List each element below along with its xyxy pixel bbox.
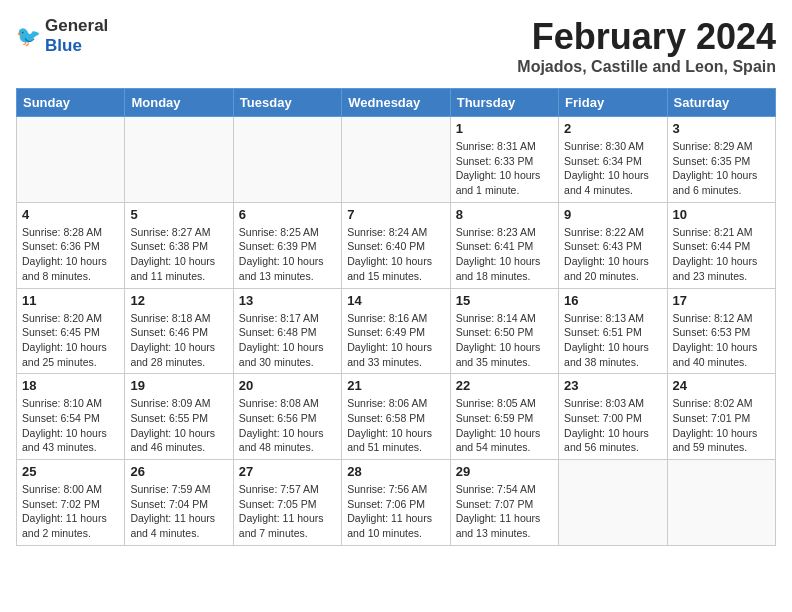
day-number: 14 [347, 293, 444, 308]
calendar-cell: 18Sunrise: 8:10 AMSunset: 6:54 PMDayligh… [17, 374, 125, 460]
calendar-cell: 19Sunrise: 8:09 AMSunset: 6:55 PMDayligh… [125, 374, 233, 460]
day-info: Sunrise: 8:18 AMSunset: 6:46 PMDaylight:… [130, 311, 227, 370]
day-number: 19 [130, 378, 227, 393]
calendar-week-2: 4Sunrise: 8:28 AMSunset: 6:36 PMDaylight… [17, 202, 776, 288]
calendar-cell [125, 117, 233, 203]
day-info: Sunrise: 8:09 AMSunset: 6:55 PMDaylight:… [130, 396, 227, 455]
calendar-cell: 20Sunrise: 8:08 AMSunset: 6:56 PMDayligh… [233, 374, 341, 460]
calendar-table: SundayMondayTuesdayWednesdayThursdayFrid… [16, 88, 776, 546]
day-number: 3 [673, 121, 770, 136]
day-info: Sunrise: 8:17 AMSunset: 6:48 PMDaylight:… [239, 311, 336, 370]
calendar-cell: 9Sunrise: 8:22 AMSunset: 6:43 PMDaylight… [559, 202, 667, 288]
calendar-cell: 3Sunrise: 8:29 AMSunset: 6:35 PMDaylight… [667, 117, 775, 203]
day-number: 13 [239, 293, 336, 308]
day-info: Sunrise: 8:16 AMSunset: 6:49 PMDaylight:… [347, 311, 444, 370]
day-info: Sunrise: 8:14 AMSunset: 6:50 PMDaylight:… [456, 311, 553, 370]
weekday-thursday: Thursday [450, 89, 558, 117]
day-number: 20 [239, 378, 336, 393]
day-number: 9 [564, 207, 661, 222]
calendar-cell: 28Sunrise: 7:56 AMSunset: 7:06 PMDayligh… [342, 460, 450, 546]
day-info: Sunrise: 8:28 AMSunset: 6:36 PMDaylight:… [22, 225, 119, 284]
month-year-title: February 2024 [517, 16, 776, 58]
calendar-cell: 22Sunrise: 8:05 AMSunset: 6:59 PMDayligh… [450, 374, 558, 460]
day-info: Sunrise: 8:22 AMSunset: 6:43 PMDaylight:… [564, 225, 661, 284]
day-number: 6 [239, 207, 336, 222]
calendar-cell: 12Sunrise: 8:18 AMSunset: 6:46 PMDayligh… [125, 288, 233, 374]
calendar-cell: 27Sunrise: 7:57 AMSunset: 7:05 PMDayligh… [233, 460, 341, 546]
calendar-cell: 29Sunrise: 7:54 AMSunset: 7:07 PMDayligh… [450, 460, 558, 546]
day-number: 18 [22, 378, 119, 393]
calendar-cell: 1Sunrise: 8:31 AMSunset: 6:33 PMDaylight… [450, 117, 558, 203]
day-number: 22 [456, 378, 553, 393]
calendar-cell: 4Sunrise: 8:28 AMSunset: 6:36 PMDaylight… [17, 202, 125, 288]
calendar-cell: 21Sunrise: 8:06 AMSunset: 6:58 PMDayligh… [342, 374, 450, 460]
day-number: 10 [673, 207, 770, 222]
weekday-wednesday: Wednesday [342, 89, 450, 117]
day-info: Sunrise: 8:13 AMSunset: 6:51 PMDaylight:… [564, 311, 661, 370]
weekday-tuesday: Tuesday [233, 89, 341, 117]
calendar-header: February 2024 Mojados, Castille and Leon… [517, 16, 776, 76]
day-info: Sunrise: 8:31 AMSunset: 6:33 PMDaylight:… [456, 139, 553, 198]
calendar-cell: 7Sunrise: 8:24 AMSunset: 6:40 PMDaylight… [342, 202, 450, 288]
day-info: Sunrise: 8:25 AMSunset: 6:39 PMDaylight:… [239, 225, 336, 284]
weekday-sunday: Sunday [17, 89, 125, 117]
day-info: Sunrise: 7:59 AMSunset: 7:04 PMDaylight:… [130, 482, 227, 541]
day-number: 17 [673, 293, 770, 308]
calendar-cell [17, 117, 125, 203]
day-number: 16 [564, 293, 661, 308]
day-info: Sunrise: 8:06 AMSunset: 6:58 PMDaylight:… [347, 396, 444, 455]
calendar-cell: 24Sunrise: 8:02 AMSunset: 7:01 PMDayligh… [667, 374, 775, 460]
weekday-header-row: SundayMondayTuesdayWednesdayThursdayFrid… [17, 89, 776, 117]
calendar-week-1: 1Sunrise: 8:31 AMSunset: 6:33 PMDaylight… [17, 117, 776, 203]
day-number: 27 [239, 464, 336, 479]
day-number: 8 [456, 207, 553, 222]
weekday-friday: Friday [559, 89, 667, 117]
day-info: Sunrise: 8:02 AMSunset: 7:01 PMDaylight:… [673, 396, 770, 455]
logo-general: General [45, 16, 108, 35]
calendar-cell: 2Sunrise: 8:30 AMSunset: 6:34 PMDaylight… [559, 117, 667, 203]
day-number: 24 [673, 378, 770, 393]
calendar-cell: 10Sunrise: 8:21 AMSunset: 6:44 PMDayligh… [667, 202, 775, 288]
day-info: Sunrise: 8:23 AMSunset: 6:41 PMDaylight:… [456, 225, 553, 284]
day-number: 29 [456, 464, 553, 479]
day-number: 2 [564, 121, 661, 136]
day-info: Sunrise: 7:57 AMSunset: 7:05 PMDaylight:… [239, 482, 336, 541]
calendar-body: 1Sunrise: 8:31 AMSunset: 6:33 PMDaylight… [17, 117, 776, 546]
calendar-cell: 16Sunrise: 8:13 AMSunset: 6:51 PMDayligh… [559, 288, 667, 374]
calendar-cell: 6Sunrise: 8:25 AMSunset: 6:39 PMDaylight… [233, 202, 341, 288]
calendar-week-4: 18Sunrise: 8:10 AMSunset: 6:54 PMDayligh… [17, 374, 776, 460]
day-info: Sunrise: 8:12 AMSunset: 6:53 PMDaylight:… [673, 311, 770, 370]
day-number: 21 [347, 378, 444, 393]
day-info: Sunrise: 8:29 AMSunset: 6:35 PMDaylight:… [673, 139, 770, 198]
calendar-cell: 25Sunrise: 8:00 AMSunset: 7:02 PMDayligh… [17, 460, 125, 546]
day-number: 11 [22, 293, 119, 308]
weekday-monday: Monday [125, 89, 233, 117]
calendar-cell [667, 460, 775, 546]
calendar-cell [342, 117, 450, 203]
day-info: Sunrise: 8:24 AMSunset: 6:40 PMDaylight:… [347, 225, 444, 284]
calendar-cell: 8Sunrise: 8:23 AMSunset: 6:41 PMDaylight… [450, 202, 558, 288]
logo-bird-icon: 🐦 [16, 24, 41, 48]
calendar-cell: 5Sunrise: 8:27 AMSunset: 6:38 PMDaylight… [125, 202, 233, 288]
calendar-cell: 14Sunrise: 8:16 AMSunset: 6:49 PMDayligh… [342, 288, 450, 374]
day-info: Sunrise: 8:03 AMSunset: 7:00 PMDaylight:… [564, 396, 661, 455]
day-number: 25 [22, 464, 119, 479]
logo: 🐦 General Blue [16, 16, 108, 56]
day-info: Sunrise: 8:27 AMSunset: 6:38 PMDaylight:… [130, 225, 227, 284]
calendar-cell: 13Sunrise: 8:17 AMSunset: 6:48 PMDayligh… [233, 288, 341, 374]
calendar-week-3: 11Sunrise: 8:20 AMSunset: 6:45 PMDayligh… [17, 288, 776, 374]
day-number: 7 [347, 207, 444, 222]
day-number: 5 [130, 207, 227, 222]
day-number: 1 [456, 121, 553, 136]
day-info: Sunrise: 8:00 AMSunset: 7:02 PMDaylight:… [22, 482, 119, 541]
day-info: Sunrise: 8:08 AMSunset: 6:56 PMDaylight:… [239, 396, 336, 455]
day-info: Sunrise: 8:10 AMSunset: 6:54 PMDaylight:… [22, 396, 119, 455]
day-number: 4 [22, 207, 119, 222]
calendar-cell: 17Sunrise: 8:12 AMSunset: 6:53 PMDayligh… [667, 288, 775, 374]
calendar-cell: 11Sunrise: 8:20 AMSunset: 6:45 PMDayligh… [17, 288, 125, 374]
calendar-cell [233, 117, 341, 203]
location-subtitle: Mojados, Castille and Leon, Spain [517, 58, 776, 76]
calendar-cell: 23Sunrise: 8:03 AMSunset: 7:00 PMDayligh… [559, 374, 667, 460]
day-number: 12 [130, 293, 227, 308]
day-info: Sunrise: 8:05 AMSunset: 6:59 PMDaylight:… [456, 396, 553, 455]
